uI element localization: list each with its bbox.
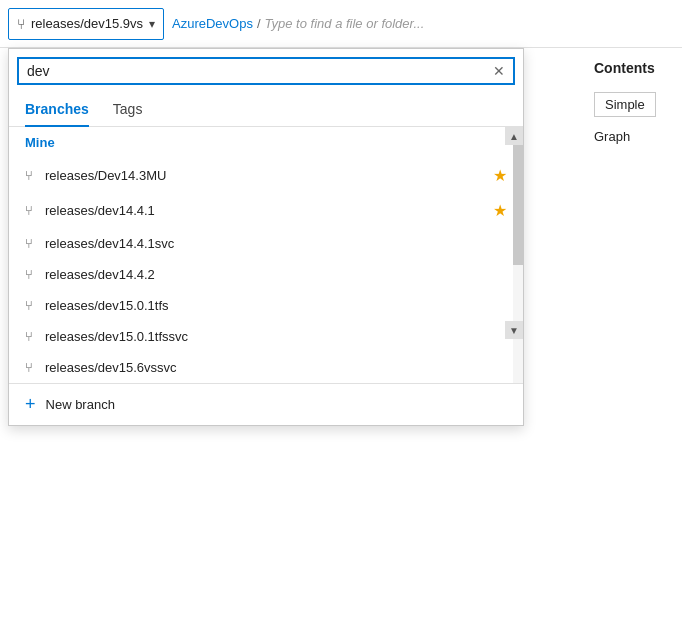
tab-branches[interactable]: Branches <box>25 93 89 127</box>
plus-icon: + <box>25 394 36 415</box>
scroll-down-icon: ▼ <box>509 325 519 336</box>
tab-tags[interactable]: Tags <box>113 93 143 127</box>
clear-icon[interactable]: ✕ <box>493 63 505 79</box>
branch-item-icon: ⑂ <box>25 298 33 313</box>
branch-item-name: releases/dev15.6vssvc <box>45 360 507 375</box>
branch-item-name: releases/dev15.0.1tfs <box>45 298 507 313</box>
branch-item-icon: ⑂ <box>25 236 33 251</box>
branch-list-container: Mine ⑂ releases/Dev14.3MU ★ ⑂ releases/d… <box>9 127 523 383</box>
breadcrumb: AzureDevOps / Type to find a file or fol… <box>172 16 674 31</box>
list-item[interactable]: ⑂ releases/dev14.4.1 ★ <box>9 193 523 228</box>
list-item[interactable]: ⑂ releases/dev14.4.1svc <box>9 228 523 259</box>
scroll-up-icon: ▲ <box>509 131 519 142</box>
branch-icon: ⑂ <box>17 16 25 32</box>
scroll-down-button[interactable]: ▼ <box>505 321 523 339</box>
branch-item-icon: ⑂ <box>25 267 33 282</box>
list-item[interactable]: ⑂ releases/dev15.0.1tfs <box>9 290 523 321</box>
file-search-placeholder[interactable]: Type to find a file or folder... <box>265 16 425 31</box>
branch-name: releases/dev15.9vs <box>31 16 143 31</box>
branch-item-name: releases/dev14.4.2 <box>45 267 507 282</box>
branch-item-name: releases/dev14.4.1svc <box>45 236 507 251</box>
list-item[interactable]: ⑂ releases/dev15.0.1tfssvc <box>9 321 523 352</box>
right-panel-title: Contents <box>594 60 670 76</box>
list-item[interactable]: ⑂ releases/dev14.4.2 <box>9 259 523 290</box>
tabs: Branches Tags <box>9 93 523 127</box>
chevron-down-icon: ▾ <box>149 17 155 31</box>
new-branch-button[interactable]: + New branch <box>9 383 523 425</box>
section-header-mine: Mine <box>9 127 523 158</box>
branch-item-icon: ⑂ <box>25 203 33 218</box>
breadcrumb-link[interactable]: AzureDevOps <box>172 16 253 31</box>
branch-item-icon: ⑂ <box>25 360 33 375</box>
star-icon[interactable]: ★ <box>493 201 507 220</box>
branch-dropdown-panel: ✕ Branches Tags Mine ⑂ releases/Dev14.3M… <box>8 48 524 426</box>
branch-item-name: releases/dev14.4.1 <box>45 203 481 218</box>
scrollbar-track[interactable]: ▲ ▼ <box>513 127 523 383</box>
search-container: ✕ <box>17 57 515 85</box>
list-item[interactable]: ⑂ releases/dev15.6vssvc <box>9 352 523 383</box>
tab-tags-label: Tags <box>113 101 143 117</box>
simple-button[interactable]: Simple <box>594 92 656 117</box>
new-branch-label: New branch <box>46 397 115 412</box>
branch-item-icon: ⑂ <box>25 168 33 183</box>
right-panel: Contents Simple Graph <box>582 48 682 156</box>
branch-item-icon: ⑂ <box>25 329 33 344</box>
scrollbar-thumb[interactable] <box>513 145 523 265</box>
search-input[interactable] <box>27 63 485 79</box>
tab-branches-label: Branches <box>25 101 89 117</box>
scroll-up-button[interactable]: ▲ <box>505 127 523 145</box>
graph-label: Graph <box>594 129 670 144</box>
top-bar: ⑂ releases/dev15.9vs ▾ AzureDevOps / Typ… <box>0 0 682 48</box>
star-icon[interactable]: ★ <box>493 166 507 185</box>
list-item[interactable]: ⑂ releases/Dev14.3MU ★ <box>9 158 523 193</box>
breadcrumb-separator: / <box>257 16 261 31</box>
branch-item-name: releases/Dev14.3MU <box>45 168 481 183</box>
branch-selector[interactable]: ⑂ releases/dev15.9vs ▾ <box>8 8 164 40</box>
branch-item-name: releases/dev15.0.1tfssvc <box>45 329 507 344</box>
